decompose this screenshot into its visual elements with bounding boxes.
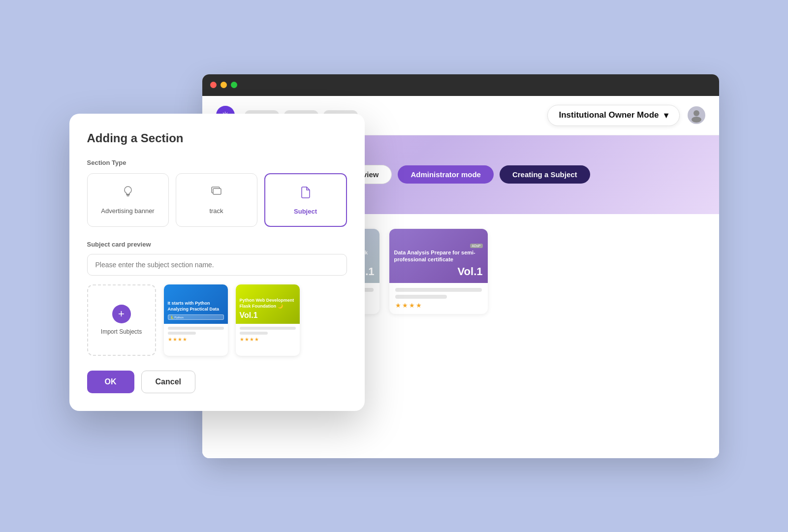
dialog: Adding a Section Section Type Advertisin…	[69, 114, 365, 411]
mode-dropdown[interactable]: Institutional Owner Mode ▾	[547, 105, 679, 126]
adsp-badge: ADsP	[470, 244, 483, 248]
ok-button[interactable]: OK	[87, 371, 134, 393]
titlebar	[202, 74, 719, 96]
mini-card-body-1: ★★★★	[164, 324, 228, 345]
plus-icon: +	[112, 305, 131, 323]
svg-point-1	[692, 117, 701, 123]
chevron-down-icon: ▾	[664, 110, 668, 121]
scene: ✳ Institutional Owner Mode ▾	[69, 55, 719, 478]
minimize-button[interactable]	[221, 82, 227, 88]
advertising-label: Advertising banner	[101, 207, 154, 215]
card-title: Data Analysis Prepare for semi-professio…	[394, 249, 483, 263]
subject-icon	[299, 185, 313, 202]
mini-card-line-1b	[168, 332, 196, 335]
mini-card-stars-1: ★★★★	[168, 337, 224, 342]
mini-card-title-2: Python Web Development Flask Foundation …	[240, 298, 296, 309]
mini-card-line-2a	[240, 327, 296, 330]
section-type-label: Section Type	[87, 159, 347, 166]
card-body: ★★★★	[389, 283, 488, 314]
preview-card-flask: Python Web Development Flask Foundation …	[236, 284, 300, 356]
preview-label: Subject card preview	[87, 241, 347, 248]
preview-card-python: It starts with Python Analyzing Practica…	[164, 284, 228, 356]
card-stars: ★★★★	[395, 302, 482, 309]
mode-label: Institutional Owner Mode	[559, 110, 659, 120]
view-toggle: User view Administrator mode Creating a …	[331, 165, 590, 184]
svg-rect-3	[126, 195, 129, 196]
mini-card-body-2: ★★★★	[236, 324, 300, 345]
section-type-cards: Advertising banner track	[87, 173, 347, 227]
type-card-track[interactable]: track	[176, 173, 257, 227]
mini-card-title-1: It starts with Python Analyzing Practica…	[168, 301, 224, 312]
header-right: Institutional Owner Mode ▾	[547, 105, 705, 126]
card-line-2	[395, 295, 447, 299]
track-label: track	[209, 207, 223, 215]
card-line-1	[395, 288, 482, 292]
svg-rect-2	[126, 194, 129, 195]
admin-mode-button[interactable]: Administrator mode	[398, 165, 494, 184]
python-tag: 🐍 Python	[168, 314, 224, 320]
dialog-title: Adding a Section	[87, 131, 347, 145]
mini-card-line-2b	[240, 332, 268, 335]
mini-card-line-1a	[168, 327, 224, 330]
avatar	[688, 106, 705, 124]
track-icon	[210, 185, 223, 201]
mini-card-thumb-1: It starts with Python Analyzing Practica…	[164, 284, 228, 324]
preview-cards: + Import Subjects It starts with Python …	[87, 284, 347, 356]
mini-card-thumb-2: Python Web Development Flask Foundation …	[236, 284, 300, 324]
svg-rect-5	[213, 188, 221, 194]
card-thumbnail: ADsP Data Analysis Prepare for semi-prof…	[389, 229, 488, 283]
creating-subject-button[interactable]: Creating a Subject	[500, 165, 590, 184]
subject-label: Subject	[294, 208, 317, 215]
cancel-button[interactable]: Cancel	[141, 371, 195, 393]
card-volume: Vol.1	[458, 265, 483, 278]
section-name-input[interactable]	[87, 254, 347, 276]
list-item[interactable]: ADsP Data Analysis Prepare for semi-prof…	[389, 229, 488, 314]
dialog-footer: OK Cancel	[87, 371, 347, 393]
lightbulb-icon	[121, 185, 135, 201]
type-card-subject[interactable]: Subject	[264, 173, 347, 227]
svg-point-0	[693, 110, 699, 116]
close-button[interactable]	[210, 82, 217, 88]
import-subjects-button[interactable]: + Import Subjects	[87, 284, 156, 356]
mini-card-stars-2: ★★★★	[240, 337, 296, 342]
type-card-advertising[interactable]: Advertising banner	[87, 173, 169, 227]
mini-card-vol-2: Vol.1	[240, 311, 296, 320]
import-label: Import Subjects	[101, 328, 142, 335]
maximize-button[interactable]	[231, 82, 237, 88]
